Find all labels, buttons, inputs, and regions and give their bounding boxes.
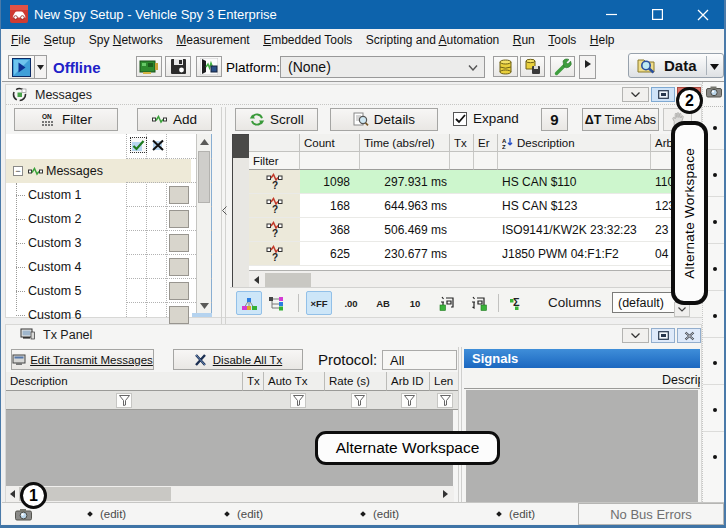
close-button[interactable] xyxy=(680,0,726,29)
filter-cell[interactable] xyxy=(474,152,498,170)
time-abs-button[interactable]: ΔT Time Abs xyxy=(582,108,659,131)
tree-row-button[interactable] xyxy=(169,306,189,324)
columns-combobox[interactable]: (default) xyxy=(612,292,676,313)
column-header-icon[interactable] xyxy=(249,134,300,152)
add-button[interactable]: Add xyxy=(137,108,212,131)
message-row[interactable]: ?168644.963 msHS CAN $123123 xyxy=(249,194,703,218)
column-header-description[interactable]: A Z Description xyxy=(498,134,651,152)
tx-column-len[interactable]: Len xyxy=(430,372,459,391)
tree-row-button[interactable] xyxy=(169,210,189,228)
filter-row-label[interactable]: Filter xyxy=(249,152,300,170)
run-options-dropdown[interactable] xyxy=(34,55,47,79)
toolbar-overflow-button[interactable] xyxy=(579,55,596,79)
tree-scrollbar[interactable] xyxy=(196,134,211,317)
setup-button[interactable] xyxy=(550,56,575,77)
filter-funnel-button[interactable] xyxy=(290,393,306,408)
column-header-time[interactable]: Time (abs/rel) xyxy=(360,134,450,152)
check-all-header[interactable] xyxy=(130,137,147,153)
menu-item-setup[interactable]: Setup xyxy=(44,33,75,47)
column-header-tx[interactable]: Tx xyxy=(450,134,474,152)
display-hex-button[interactable]: ×FF xyxy=(306,291,332,315)
totals-button[interactable]: Σ xyxy=(504,291,530,315)
run-button[interactable] xyxy=(8,55,35,79)
filter-cell[interactable] xyxy=(498,152,651,170)
edit-transmit-button[interactable]: Edit Transmit Messages xyxy=(11,349,154,370)
display-ascii-button[interactable]: AB xyxy=(370,291,396,315)
tx-column-description[interactable]: Description xyxy=(6,372,243,391)
messages-panel-menu-button[interactable] xyxy=(622,87,649,102)
message-row[interactable]: ?368506.469 msISO9141/KW2K 23:32:2323 3 xyxy=(249,218,703,242)
tree-item-custom-1[interactable]: Custom 1 xyxy=(6,183,212,207)
scroll-button[interactable]: Scroll xyxy=(235,108,318,131)
tree-item-custom-3[interactable]: Custom 3 xyxy=(6,231,212,255)
tx-column-rate[interactable]: Rate (s) xyxy=(325,372,387,391)
save-database-button[interactable] xyxy=(520,56,545,77)
tree-row-button[interactable] xyxy=(169,186,189,204)
filter-funnel-button[interactable] xyxy=(437,393,453,408)
vspy-logo-button[interactable] xyxy=(196,56,222,77)
filter-funnel-button[interactable] xyxy=(351,393,367,408)
menu-item-help[interactable]: Help xyxy=(590,33,615,47)
expand-checkbox[interactable] xyxy=(453,112,467,126)
interpret-on-button[interactable] xyxy=(434,291,460,315)
tree-expander[interactable]: − xyxy=(13,166,23,176)
message-table-hscrollbar[interactable] xyxy=(249,270,703,287)
menu-item-measurement[interactable]: Measurement xyxy=(176,33,249,47)
tree-root-row[interactable]: −Messages xyxy=(6,159,191,183)
details-button[interactable]: Details xyxy=(330,108,438,131)
tree-item-custom-2[interactable]: Custom 2 xyxy=(6,207,212,231)
static-view-button[interactable] xyxy=(236,291,262,315)
scrollbar-thumb[interactable] xyxy=(233,135,249,158)
minimize-button[interactable] xyxy=(588,0,634,29)
save-button[interactable] xyxy=(165,56,191,77)
filter-funnel-button[interactable] xyxy=(401,393,417,408)
menu-item-file[interactable]: File xyxy=(11,33,30,47)
expand-checkbox-group[interactable]: Expand xyxy=(453,111,519,126)
hardware-setup-button[interactable] xyxy=(136,56,162,77)
menu-item-run[interactable]: Run xyxy=(513,33,535,47)
tx-panel-menu-button[interactable] xyxy=(622,328,649,343)
database-button[interactable] xyxy=(493,56,518,77)
message-table-vscrollbar[interactable] xyxy=(232,134,250,288)
tx-panel-close-button[interactable] xyxy=(677,328,701,343)
disable-all-tx-button[interactable]: Disable All Tx xyxy=(173,349,303,370)
tree-view-button[interactable] xyxy=(263,291,289,315)
tree-row-button[interactable] xyxy=(169,258,189,276)
message-row[interactable]: ?625230.677 msJ1850 PWM 04:F1:F204 F xyxy=(249,242,703,266)
tree-item-custom-5[interactable]: Custom 5 xyxy=(6,279,212,303)
scroll-up-button[interactable] xyxy=(197,134,212,150)
tx-column-autotx[interactable]: Auto Tx xyxy=(264,372,325,391)
protocol-combobox[interactable]: All xyxy=(382,350,457,370)
menu-item-tools[interactable]: Tools xyxy=(548,33,576,47)
menu-item-embedded-tools[interactable]: Embedded Tools xyxy=(263,33,352,47)
uncheck-all-header[interactable] xyxy=(150,137,166,153)
tx-column-tx[interactable]: Tx xyxy=(243,372,264,391)
scrollbar-thumb[interactable] xyxy=(198,151,210,203)
platform-combobox[interactable]: (None) xyxy=(280,56,485,78)
tree-item-custom-4[interactable]: Custom 4 xyxy=(6,255,212,279)
filter-cell[interactable] xyxy=(360,152,450,170)
scroll-left-button[interactable] xyxy=(6,486,19,502)
tx-panel-restore-button[interactable] xyxy=(651,328,675,343)
scroll-right-button[interactable] xyxy=(436,486,454,502)
filter-button[interactable]: ON Filter xyxy=(14,108,118,131)
tree-row-button[interactable] xyxy=(169,282,189,300)
tx-column-arbid[interactable]: Arb ID xyxy=(387,372,430,391)
messages-panel-restore-button[interactable] xyxy=(651,87,675,102)
interpret-off-button[interactable] xyxy=(466,291,492,315)
scrollbar-thumb[interactable] xyxy=(265,273,311,287)
filter-cell[interactable] xyxy=(300,152,360,170)
menu-item-scripting-and-automation[interactable]: Scripting and Automation xyxy=(366,33,499,47)
splitter-collapse-arrow[interactable] xyxy=(222,203,228,217)
display-decimal-button[interactable]: .00 xyxy=(338,291,364,315)
tx-hscrollbar[interactable] xyxy=(6,486,454,502)
tree-row-button[interactable] xyxy=(169,234,189,252)
data-button[interactable]: Data xyxy=(628,53,724,78)
scroll-left-button[interactable] xyxy=(249,272,264,288)
pause-button[interactable]: 9 xyxy=(541,108,568,131)
column-header-er[interactable]: Er xyxy=(474,134,498,152)
filter-funnel-button[interactable] xyxy=(116,393,132,408)
column-header-count[interactable]: Count xyxy=(300,134,360,152)
display-binary-button[interactable]: 10 xyxy=(402,291,428,315)
message-row[interactable]: ?1098297.931 msHS CAN $110110 xyxy=(249,170,703,194)
